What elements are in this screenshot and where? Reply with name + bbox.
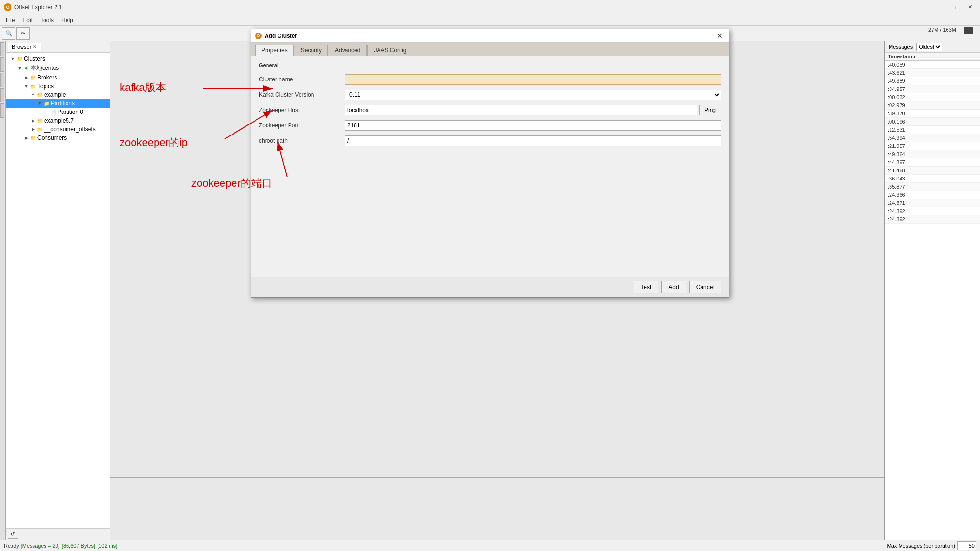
menu-tools[interactable]: Tools xyxy=(36,16,57,24)
clusters-label: Clusters xyxy=(24,56,45,62)
browser-tab[interactable]: Browser ✕ xyxy=(8,43,41,51)
list-item: :49.364 xyxy=(885,150,980,158)
zk-port-input[interactable] xyxy=(345,120,721,131)
tab-advanced[interactable]: Advanced xyxy=(329,45,367,56)
partition0-icon: 📄 xyxy=(50,109,56,115)
max-messages-input[interactable] xyxy=(957,541,976,550)
side-btn-3[interactable] xyxy=(0,73,4,87)
tab-security[interactable]: Security xyxy=(295,45,328,56)
dialog-icon: O xyxy=(255,33,262,39)
refresh-button[interactable]: ↺ xyxy=(8,530,18,539)
max-messages-label: Max Messages (per partition) xyxy=(887,543,955,549)
cluster-name-label: 本地centos xyxy=(31,64,59,72)
toolbar-btn-2[interactable]: ✏ xyxy=(16,27,30,40)
tree-area[interactable]: ▼ 📁 Clusters ▼ ● 本地centos ▶ 📁 Brokers xyxy=(6,53,110,528)
add-cluster-dialog: O Add Cluster ✕ Properties Security Adva… xyxy=(251,29,729,298)
tab-jaas-config[interactable]: JAAS Config xyxy=(368,45,412,56)
side-btn-2[interactable] xyxy=(0,57,4,72)
tree-partition0[interactable]: 📄 Partition 0 xyxy=(6,108,110,116)
zk-port-field xyxy=(345,120,721,131)
zk-host-input[interactable] xyxy=(345,105,697,115)
add-button[interactable]: Add xyxy=(661,281,686,293)
chroot-input[interactable] xyxy=(345,135,721,146)
messages-list[interactable]: :40.059 :43.621 :49.389 :34.957 :00.032 … xyxy=(885,61,980,540)
messages-label: Messages xyxy=(889,44,913,50)
tree-consumers[interactable]: ▶ 📁 Consumers xyxy=(6,134,110,142)
cluster-green-icon: ● xyxy=(23,65,30,72)
tree-clusters[interactable]: ▼ 📁 Clusters xyxy=(6,55,110,63)
tab-properties[interactable]: Properties xyxy=(255,45,294,56)
tree-brokers[interactable]: ▶ 📁 Brokers xyxy=(6,73,110,82)
status-ready-label: Ready xyxy=(4,543,19,549)
chroot-field xyxy=(345,135,721,146)
brokers-expander[interactable]: ▶ xyxy=(23,74,30,81)
example-label: example xyxy=(44,91,66,98)
side-btn-4[interactable] xyxy=(0,88,4,102)
list-item: :21.957 xyxy=(885,142,980,150)
chroot-form-label: chroot path xyxy=(259,137,345,144)
browser-toolbar: ↺ xyxy=(6,528,110,540)
list-item: :40.059 xyxy=(885,61,980,69)
list-item: :41.468 xyxy=(885,167,980,175)
tree-example[interactable]: ▼ 📁 example xyxy=(6,90,110,99)
example-folder-icon: 📁 xyxy=(36,91,43,98)
partition0-label: Partition 0 xyxy=(57,109,83,115)
kafka-version-field: 0.11 1.0 2.0 3.0 xyxy=(345,90,721,100)
example-expander[interactable]: ▼ xyxy=(30,91,36,98)
form-row-zk-host: Zookeeper Host Ping xyxy=(259,105,721,115)
tree-cluster-item[interactable]: ▼ ● 本地centos xyxy=(6,63,110,73)
side-btn-5[interactable] xyxy=(0,103,4,118)
left-panel: Browser ✕ ▼ 📁 Clusters ▼ ● 本地centos xyxy=(6,41,110,540)
menu-file[interactable]: File xyxy=(2,16,19,24)
topics-expander[interactable]: ▼ xyxy=(23,83,30,90)
toolbar-btn-1[interactable]: 🔍 xyxy=(2,27,15,40)
menu-help[interactable]: Help xyxy=(57,16,77,24)
list-item: :24.371 xyxy=(885,199,980,207)
clusters-expander[interactable]: ▼ xyxy=(10,56,16,62)
cancel-button[interactable]: Cancel xyxy=(689,281,721,293)
form-row-cluster-name: Cluster name xyxy=(259,74,721,85)
browser-tab-label: Browser xyxy=(12,44,31,50)
messages-panel-header: Messages Oldest xyxy=(885,41,980,53)
tree-example57[interactable]: ▶ 📁 example5.7 xyxy=(6,116,110,125)
status-left: Ready [Messages = 20] [86,607 Bytes] [10… xyxy=(4,543,117,549)
partitions-expander[interactable]: ▼ xyxy=(36,100,43,107)
example57-label: example5.7 xyxy=(44,117,74,124)
consumers-expander[interactable]: ▶ xyxy=(23,135,30,141)
dialog-tabs: Properties Security Advanced JAAS Config xyxy=(251,43,729,56)
ping-button[interactable]: Ping xyxy=(699,105,721,115)
dialog-content: General Cluster name Kafka Cluster Versi… xyxy=(251,56,729,277)
side-btn-1[interactable] xyxy=(0,42,4,56)
messages-sort-select[interactable]: Oldest xyxy=(916,43,942,51)
memory-label: 27M / 163M xyxy=(928,27,956,33)
clusters-folder-icon: 📁 xyxy=(16,56,23,62)
tree-topics[interactable]: ▼ 📁 Topics xyxy=(6,82,110,90)
topics-label: Topics xyxy=(37,83,54,90)
list-item: :49.389 xyxy=(885,77,980,85)
test-button[interactable]: Test xyxy=(634,281,658,293)
consumer-offsets-label: __consumer_offsets xyxy=(44,126,96,133)
cluster-expander[interactable]: ▼ xyxy=(16,65,23,72)
menu-edit[interactable]: Edit xyxy=(19,16,36,24)
tree-consumer-offsets[interactable]: ▶ 📁 __consumer_offsets xyxy=(6,125,110,134)
timestamp-column-header: Timestamp xyxy=(885,53,980,61)
zk-host-field: Ping xyxy=(345,105,721,115)
kafka-version-select[interactable]: 0.11 1.0 2.0 3.0 xyxy=(345,90,721,100)
arrow-zk-port xyxy=(278,141,287,177)
app-icon: O xyxy=(4,3,11,11)
consumer-offsets-expander[interactable]: ▶ xyxy=(30,126,36,133)
window-controls: — □ ✕ xyxy=(937,2,976,12)
example57-expander[interactable]: ▶ xyxy=(30,117,36,124)
status-ms: [102 ms] xyxy=(97,543,117,549)
browser-tab-close-icon[interactable]: ✕ xyxy=(33,45,37,49)
form-row-kafka-version: Kafka Cluster Version 0.11 1.0 2.0 3.0 xyxy=(259,90,721,100)
minimize-button[interactable]: — xyxy=(937,2,949,12)
cluster-name-input[interactable] xyxy=(345,74,721,85)
tree-partitions[interactable]: ▼ 📁 Partitions xyxy=(6,99,110,108)
close-button[interactable]: ✕ xyxy=(964,2,976,12)
maximize-button[interactable]: □ xyxy=(950,2,963,12)
dialog-title-text: Add Cluster xyxy=(265,33,297,39)
dialog-close-button[interactable]: ✕ xyxy=(714,31,725,41)
bottom-area xyxy=(110,477,884,540)
brokers-folder-icon: 📁 xyxy=(30,74,36,81)
